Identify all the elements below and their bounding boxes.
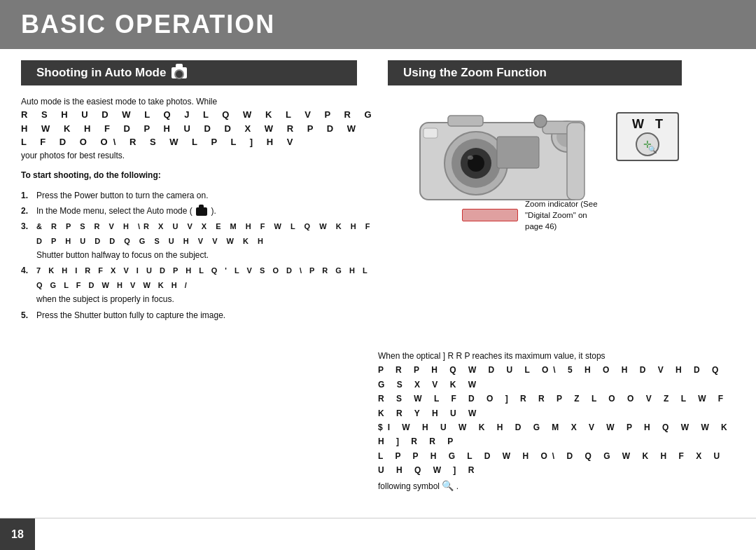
page-title: BASIC OPERATION (21, 10, 735, 39)
intro-text: Auto mode is the easiest mode to take ph… (21, 95, 378, 162)
step-4-line2: when the subject is properly in focus. (36, 294, 174, 304)
zoom-line5: L P P H G L D W H O\ D Q G W K H F X U U… (378, 449, 735, 478)
step-4-text: 7 K H I R F X V I U D P H L Q ' L V S O … (36, 263, 378, 306)
tab-shooting: Shooting in Auto Mode (21, 60, 357, 85)
camera-image-area: W T ✛ 🔍 Zoom indicator (See "Digital Zoo… (392, 98, 686, 252)
zoom-line3: R S W L F D O ] R R P Z L O O V Z L W F … (378, 392, 735, 420)
step-5: 5. Press the Shutter button fully to cap… (21, 308, 378, 322)
step-1-num: 1. (21, 188, 32, 202)
svg-point-5 (468, 156, 473, 160)
intro-line1: Auto mode is the easiest mode to take ph… (21, 97, 217, 106)
step-3-line2: Shutter button halfway to focus on the s… (36, 250, 209, 260)
tab-zoom: Using the Zoom Function (388, 60, 682, 85)
main-content: Auto mode is the easiest mode to take ph… (0, 95, 756, 328)
zoom-label-line1: Zoom indicator (See (525, 198, 598, 209)
svg-point-12 (534, 115, 547, 128)
zoom-line4: $I W H U W K H D G M X V W P H Q W W K H… (378, 420, 735, 449)
step-4-line1: 7 K H I R F X V I U D P H L Q ' L V S O … (36, 266, 370, 289)
bottom-section: When the optical ] R R P reaches its max… (357, 349, 756, 494)
zoom-tab-label: Using the Zoom Function (403, 66, 547, 80)
zoom-line1: When the optical ] R R P reaches its max… (378, 349, 735, 363)
intro-line3: your photos for best results. (21, 151, 125, 160)
page-footer: 18 (0, 518, 756, 550)
shooting-tab-label: Shooting in Auto Mode (36, 66, 166, 80)
step-3-line1: & R P S R V H \R X U V X E M H F W L Q W… (36, 222, 373, 245)
zoom-line6: following symbol 🔍 . (378, 478, 735, 495)
search-symbol: 🔍 (442, 480, 454, 491)
w-label: W (632, 117, 644, 132)
start-label: To start shooting, do the following: (21, 169, 378, 181)
svg-rect-6 (448, 116, 483, 126)
zoom-line2: P R P H Q W D U L O\ 5 H O H D V H D Q G… (378, 363, 735, 392)
step-5-text: Press the Shutter button fully to captur… (36, 308, 225, 322)
step-3-num: 3. (21, 219, 32, 262)
step-2: 2. In the Mode menu, select the Auto mod… (21, 204, 378, 218)
zoom-label-line2: "Digital Zoom" on (525, 209, 598, 221)
svg-rect-13 (497, 137, 539, 168)
step-5-num: 5. (21, 308, 32, 322)
section-tabs: Shooting in Auto Mode Using the Zoom Fun… (21, 60, 735, 85)
t-label: T (655, 117, 663, 132)
camera-icon (172, 67, 187, 78)
step-4-num: 4. (21, 263, 32, 306)
page-header: BASIC OPERATION (0, 0, 756, 49)
zoom-bar (462, 209, 518, 221)
page-number: 18 (0, 518, 35, 551)
zoom-indicator-row: Zoom indicator (See "Digital Zoom" on pa… (462, 198, 598, 232)
steps-list: 1. Press the Power button to turn the ca… (21, 188, 378, 323)
step-3-text: & R P S R V H \R X U V X E M H F W L Q W… (36, 219, 378, 262)
wt-dial: ✛ 🔍 (635, 132, 660, 157)
right-column: W T ✛ 🔍 Zoom indicator (See "Digital Zoo… (392, 95, 735, 328)
zoom-search-icon: 🔍 (648, 146, 657, 153)
step-1: 1. Press the Power button to turn the ca… (21, 188, 378, 202)
left-column: Auto mode is the easiest mode to take ph… (21, 95, 378, 328)
step-2-text: In the Mode menu, select the Auto mode (… (36, 204, 216, 218)
svg-rect-7 (424, 128, 438, 138)
svg-rect-11 (567, 123, 584, 200)
zoom-label: Zoom indicator (See "Digital Zoom" on pa… (525, 198, 598, 232)
wt-circle: ✛ 🔍 (636, 132, 659, 156)
step-3: 3. & R P S R V H \R X U V X E M H F W L … (21, 219, 378, 262)
inline-camera-icon (196, 207, 207, 216)
wt-labels: W T (632, 117, 663, 132)
zoom-text: When the optical ] R R P reaches its max… (378, 349, 735, 494)
step-4: 4. 7 K H I R F X V I U D P H L Q ' L V S… (21, 263, 378, 306)
zoom-label-line3: page 46) (525, 221, 598, 232)
wt-indicator: W T ✛ 🔍 (616, 112, 679, 161)
step-2-num: 2. (21, 204, 32, 218)
intro-line2: R S H U D W L Q J L Q W K L V P R G H W … (21, 109, 377, 147)
step-1-text: Press the Power button to turn the camer… (36, 188, 208, 202)
